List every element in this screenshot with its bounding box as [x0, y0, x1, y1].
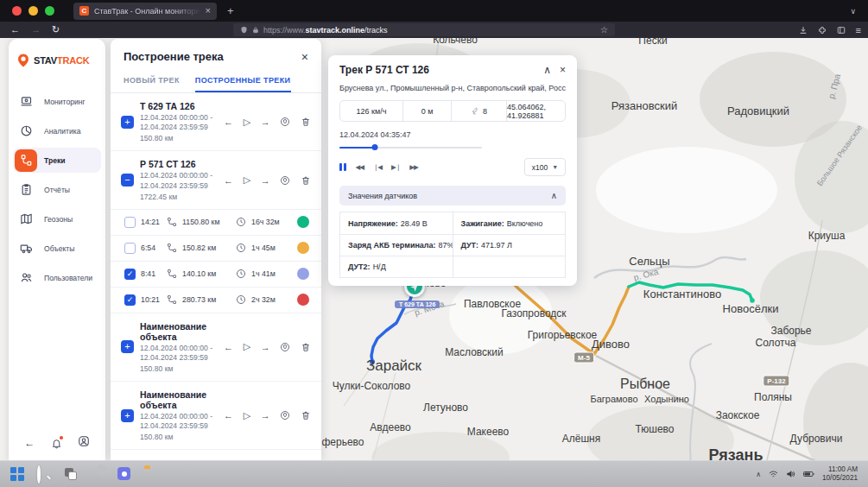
taskbar-clock[interactable]: 11:00 AM 10/05/2021: [822, 465, 858, 484]
url-bar[interactable]: https://www.stavtrack.online/tracks ☆: [233, 23, 615, 36]
extensions-button[interactable]: [818, 26, 827, 35]
segment-distance: 1150.80 км: [182, 218, 231, 226]
maximize-window-button[interactable]: [45, 6, 54, 16]
map-label: Рыбное: [620, 376, 670, 392]
task-view-button[interactable]: [64, 467, 78, 481]
back-button[interactable]: ←: [10, 25, 20, 35]
sidebar-item-reports[interactable]: Отчёты: [13, 177, 101, 202]
tab-close-button[interactable]: ×: [206, 6, 211, 16]
stavtrack-logo[interactable]: STAVTRACK: [9, 39, 105, 68]
play-track-button[interactable]: ▷: [244, 174, 250, 186]
expand-track-button[interactable]: −: [121, 174, 134, 187]
collapse-panel-button[interactable]: ∧: [543, 65, 551, 75]
reload-button[interactable]: ↻: [52, 25, 60, 35]
expand-track-button[interactable]: +: [121, 340, 134, 353]
downloads-button[interactable]: [799, 26, 808, 35]
prev-point-button[interactable]: ←: [224, 117, 233, 127]
rewind-button[interactable]: ◀◀: [356, 163, 364, 171]
taskbar-firefox-icon[interactable]: [91, 467, 105, 481]
sidebar-item-analytics[interactable]: Аналитика: [13, 118, 101, 143]
sidebar-item-objects[interactable]: Объекты: [13, 236, 101, 261]
track-segment-row[interactable]: ✓ 8:41 140.10 км 1ч 41м: [111, 261, 321, 287]
track-dates: 12.04.2024 00:00:00 - 12.04.2024 23:59:5…: [140, 344, 216, 363]
prev-point-button[interactable]: ←: [224, 410, 233, 421]
next-point-button[interactable]: →: [261, 410, 270, 421]
next-point-button[interactable]: →: [261, 117, 270, 127]
new-tab-button[interactable]: +: [227, 4, 234, 17]
map-label: Чулки-Соколово: [333, 380, 411, 392]
locate-track-button[interactable]: [280, 117, 290, 127]
delete-track-button[interactable]: [301, 117, 311, 127]
taskbar-edge-icon[interactable]: [171, 467, 185, 481]
tracking-protection-shield-icon[interactable]: [240, 26, 248, 34]
segment-checkbox[interactable]: ✓: [124, 269, 136, 280]
step-forward-button[interactable]: ▶❘: [391, 163, 400, 171]
map-label: Авдеево: [370, 421, 411, 433]
tab-new-track[interactable]: НОВЫЙ ТРЕК: [124, 71, 180, 92]
close-panel-button[interactable]: ×: [560, 65, 566, 75]
playback-controls: ◀◀ ❘◀ ▶❘ ▶▶: [339, 163, 418, 171]
taskbar-chat-icon[interactable]: [117, 467, 131, 481]
sidebar-item-geozones[interactable]: Геозоны: [13, 206, 101, 231]
play-track-button[interactable]: ▷: [244, 117, 250, 128]
forward-button[interactable]: →: [31, 25, 41, 35]
locate-track-button[interactable]: [280, 410, 290, 421]
volume-icon[interactable]: [786, 470, 795, 478]
track-segment-row[interactable]: ✓ 10:21 280.73 км 2ч 32м: [111, 287, 321, 313]
track-name: Р 571 СТ 126: [140, 159, 216, 169]
map-label: Радовицкий: [727, 104, 789, 117]
tray-expand-chevron[interactable]: ∧: [756, 471, 761, 478]
delete-track-button[interactable]: [301, 342, 311, 352]
prev-point-button[interactable]: ←: [224, 175, 233, 186]
vehicle-plate-badge[interactable]: Т 629 ТА 126: [395, 300, 440, 308]
sensors-section-header[interactable]: Значения датчиков ∧: [339, 186, 566, 206]
next-point-button[interactable]: →: [261, 342, 270, 352]
timeline-slider[interactable]: [339, 144, 482, 150]
minimize-window-button[interactable]: [29, 6, 38, 16]
segment-checkbox[interactable]: [124, 243, 136, 254]
locate-track-button[interactable]: [280, 175, 290, 186]
wifi-icon[interactable]: [769, 471, 778, 478]
tab-built-tracks[interactable]: ПОСТРОЕННЫЕ ТРЕКИ: [195, 71, 291, 92]
battery-icon[interactable]: [803, 471, 814, 478]
profile-button[interactable]: [78, 435, 90, 451]
reports-icon: [15, 179, 37, 201]
pause-button[interactable]: [339, 163, 346, 171]
next-point-button[interactable]: →: [261, 175, 270, 186]
track-panel-tabs: НОВЫЙ ТРЕК ПОСТРОЕННЫЕ ТРЕКИ: [111, 71, 321, 93]
sidebar-item-monitor[interactable]: Мониторинг: [13, 89, 101, 114]
tab-list-chevron[interactable]: ∨: [850, 7, 856, 16]
bookmark-star-icon[interactable]: ☆: [600, 25, 608, 35]
segment-checkbox[interactable]: [124, 217, 136, 228]
lock-icon[interactable]: [252, 27, 259, 34]
play-track-button[interactable]: ▷: [244, 410, 250, 421]
prev-point-button[interactable]: ←: [224, 342, 233, 352]
delete-track-button[interactable]: [301, 410, 311, 421]
notifications-button[interactable]: [51, 438, 62, 449]
expand-track-button[interactable]: +: [121, 116, 134, 129]
sidebar-toggle-button[interactable]: [837, 26, 846, 35]
expand-track-button[interactable]: +: [121, 409, 134, 422]
close-window-button[interactable]: [12, 6, 22, 16]
browser-tab[interactable]: С СтавТрак - Онлайн мониторин ×: [73, 3, 217, 20]
playback-speed-select[interactable]: x100 ▼: [524, 158, 566, 176]
sidebar-item-users[interactable]: Пользователи: [13, 265, 101, 290]
track-distance: 150.80 км: [140, 134, 216, 142]
track-segment-row[interactable]: 14:21 1150.80 км 16ч 32м: [111, 209, 321, 235]
delete-track-button[interactable]: [301, 175, 311, 186]
locate-track-button[interactable]: [280, 342, 290, 352]
segment-checkbox[interactable]: ✓: [124, 294, 136, 306]
start-button[interactable]: [10, 467, 24, 481]
collapse-sidebar-button[interactable]: ←: [24, 437, 35, 449]
play-track-button[interactable]: ▷: [244, 341, 250, 352]
step-back-button[interactable]: ❘◀: [373, 163, 382, 171]
track-segment-row[interactable]: 6:54 150.82 км 1ч 45м: [111, 235, 321, 261]
timeline-handle[interactable]: [372, 144, 378, 150]
panel-close-button[interactable]: ×: [301, 51, 308, 63]
road-badge: М-5: [573, 352, 594, 364]
file-explorer-button[interactable]: [144, 467, 158, 481]
taskbar-search-button[interactable]: [37, 467, 51, 481]
menu-button[interactable]: ≡: [856, 25, 861, 35]
sidebar-item-tracks[interactable]: Треки: [13, 148, 101, 173]
fast-forward-button[interactable]: ▶▶: [409, 163, 418, 171]
